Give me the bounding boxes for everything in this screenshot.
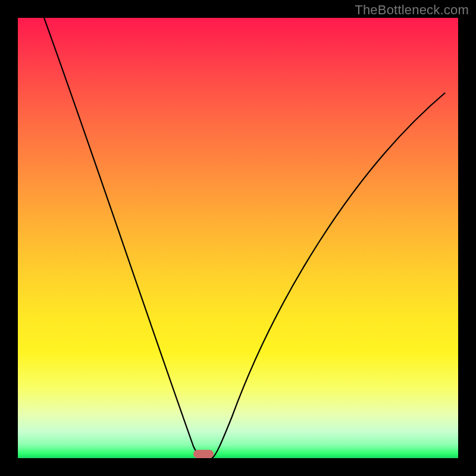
plot-area [18, 18, 458, 458]
curve-right-branch [212, 93, 445, 458]
curve-layer [18, 18, 458, 458]
optimum-marker [193, 450, 214, 458]
watermark-text: TheBottleneck.com [355, 2, 469, 18]
curve-left-branch [44, 18, 203, 458]
chart-frame: TheBottleneck.com [0, 0, 476, 476]
